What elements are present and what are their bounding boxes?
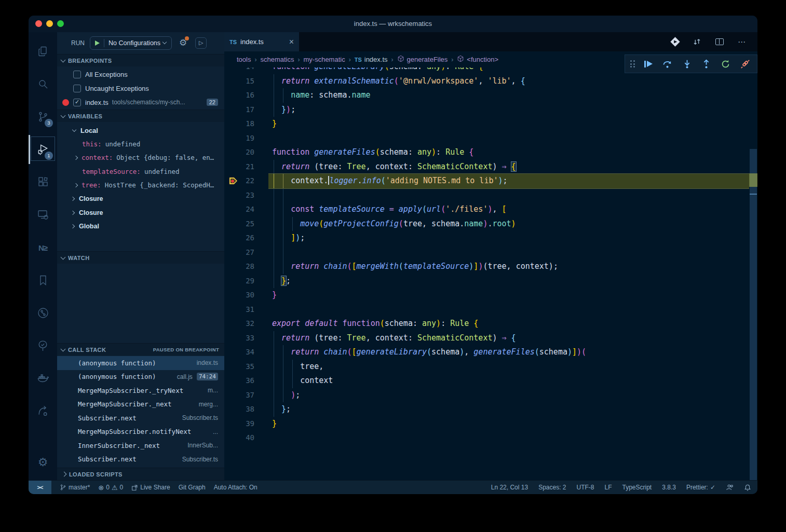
run-code-icon[interactable] <box>670 37 680 46</box>
sidebar-item-test-explorer[interactable] <box>29 332 57 359</box>
step-into-button[interactable] <box>680 57 694 71</box>
line-number[interactable]: 17 <box>224 103 254 117</box>
sidebar-item-remote-explorer[interactable] <box>29 201 57 228</box>
breadcrumb-item-schematics[interactable]: schematics <box>260 56 294 63</box>
breakpoint-checkbox[interactable] <box>73 99 81 106</box>
line-number[interactable]: 39 <box>224 417 254 431</box>
prettier-status[interactable]: Prettier: ✓ <box>686 484 715 491</box>
code-line-27[interactable]: 27 <box>224 245 749 260</box>
code-line-32[interactable]: 32export default function(schema: any): … <box>224 317 749 331</box>
live-share-button[interactable]: Live Share <box>131 484 170 491</box>
variables-section-header[interactable]: VARIABLES <box>57 110 224 122</box>
remote-indicator[interactable]: >< <box>29 481 51 495</box>
breadcrumb-item-generatefiles[interactable]: generateFiles <box>397 55 448 64</box>
call-stack-frame[interactable]: MergeMapSubscriber.notifyNext... <box>57 425 224 439</box>
code-line-20[interactable]: 20function generateFiles(schema: any): R… <box>224 145 749 160</box>
encoding-status[interactable]: UTF-8 <box>577 484 594 491</box>
code-line-36[interactable]: 36 context <box>224 374 749 388</box>
call-stack-section-header[interactable]: CALL STACK PAUSED ON BREAKPOINT <box>57 343 224 356</box>
scope-global-row[interactable]: Global <box>57 220 224 233</box>
launch-configuration-dropdown[interactable]: No Configurations <box>90 36 172 50</box>
notifications-button[interactable] <box>744 484 751 492</box>
call-stack-frame[interactable]: InnerSubscriber._nextInnerSub... <box>57 439 224 453</box>
code-editor[interactable]: 14function generateLibrary(schema: any):… <box>224 67 749 480</box>
breadcrumb-item-index-ts[interactable]: TSindex.ts <box>355 56 388 63</box>
eol-status[interactable]: LF <box>605 484 612 491</box>
call-stack-frame[interactable]: (anonymous function)index.ts <box>57 356 224 370</box>
sidebar-item-bookmarks[interactable] <box>29 267 57 294</box>
line-number[interactable]: 29 <box>224 274 254 289</box>
close-tab-icon[interactable]: × <box>289 37 294 47</box>
variable-row[interactable]: templateSource:undefined <box>57 165 224 178</box>
line-number[interactable]: 19 <box>224 131 254 146</box>
chevron-right-icon[interactable] <box>74 155 78 159</box>
breadcrumb-item-my-schematic[interactable]: my-schematic <box>304 56 345 63</box>
current-frame-breakpoint-icon[interactable] <box>229 178 237 184</box>
manage-settings-button[interactable]: ⚙ <box>29 449 57 476</box>
more-actions-icon[interactable]: ⋯ <box>738 37 746 47</box>
start-debug-icon[interactable] <box>95 40 100 46</box>
line-number[interactable]: 22 <box>224 174 254 188</box>
sidebar-item-explorer[interactable] <box>29 38 57 65</box>
code-line-19[interactable]: 19 <box>224 131 749 146</box>
line-number[interactable]: 33 <box>224 331 254 346</box>
drag-grip-icon[interactable] <box>630 60 636 67</box>
line-number[interactable]: 35 <box>224 360 254 374</box>
chevron-right-icon[interactable] <box>74 183 78 187</box>
line-number[interactable]: 27 <box>224 245 254 260</box>
line-number[interactable]: 24 <box>224 202 254 217</box>
line-number[interactable]: 18 <box>224 117 254 131</box>
code-line-23[interactable]: 23 <box>224 188 749 203</box>
breakpoint-checkbox[interactable] <box>73 71 81 78</box>
scope-local[interactable]: Local <box>57 124 224 137</box>
breakpoints-section-header[interactable]: BREAKPOINTS <box>57 54 224 66</box>
code-line-21[interactable]: 21 return (tree: Tree, context: Schemati… <box>224 160 749 174</box>
code-line-29[interactable]: 29 }; <box>224 274 749 289</box>
sidebar-item-extensions[interactable] <box>29 169 57 196</box>
code-line-16[interactable]: 16 name: schema.name <box>224 88 749 103</box>
line-number[interactable]: 31 <box>224 303 254 317</box>
problems-status[interactable]: ⊗ 0 ⚠ 0 <box>98 484 123 492</box>
editor-scrollbar[interactable] <box>749 67 757 480</box>
code-line-25[interactable]: 25 move(getProjectConfig(tree, schema.na… <box>224 217 749 231</box>
git-graph-button[interactable]: Git Graph <box>179 484 206 491</box>
sidebar-item-search[interactable] <box>29 71 57 98</box>
git-branch-status[interactable]: master* <box>60 484 90 491</box>
scope-closure-row[interactable]: Closure <box>57 206 224 220</box>
line-number[interactable]: 16 <box>224 88 254 103</box>
line-number[interactable]: 38 <box>224 402 254 417</box>
line-number[interactable]: 40 <box>224 431 254 445</box>
sidebar-item-run-and-debug[interactable]: 1 <box>29 136 57 163</box>
breakpoint-checkbox[interactable] <box>73 85 81 92</box>
line-number[interactable]: 15 <box>224 74 254 89</box>
line-number[interactable]: 36 <box>224 374 254 388</box>
code-line-34[interactable]: 34 return chain([generateLibrary(schema)… <box>224 345 749 360</box>
call-stack-frame[interactable]: (anonymous function)call.js74:24 <box>57 370 224 384</box>
sidebar-item-git-graph-view[interactable] <box>29 299 57 326</box>
line-number[interactable]: 20 <box>224 145 254 160</box>
ts-version-status[interactable]: 3.8.3 <box>662 484 676 491</box>
sidebar-item-source-control[interactable]: 3 <box>29 103 57 130</box>
feedback-button[interactable] <box>726 484 734 491</box>
configure-launch-button[interactable]: ⚙ <box>179 37 187 48</box>
code-line-39[interactable]: 39} <box>224 417 749 431</box>
code-line-37[interactable]: 37 ); <box>224 388 749 403</box>
breadcrumb-item-tools[interactable]: tools <box>237 56 251 63</box>
code-line-18[interactable]: 18} <box>224 117 749 131</box>
line-number[interactable]: 14 <box>224 67 254 74</box>
disconnect-button[interactable] <box>738 57 752 71</box>
line-number[interactable]: 28 <box>224 260 254 274</box>
sidebar-item-nx-console[interactable]: N≥ <box>29 234 57 261</box>
code-line-38[interactable]: 38 }; <box>224 402 749 417</box>
sidebar-item-project-manager[interactable] <box>29 398 57 425</box>
variable-row[interactable]: context:Object {debug: false, en… <box>57 151 224 165</box>
scrollbar-slider[interactable] <box>750 149 757 480</box>
code-line-35[interactable]: 35 tree, <box>224 360 749 374</box>
code-line-26[interactable]: 26 ]); <box>224 231 749 245</box>
scope-closure-row[interactable]: Closure <box>57 192 224 206</box>
breakpoint-item[interactable]: Uncaught Exceptions <box>57 82 224 94</box>
line-number[interactable]: 37 <box>224 388 254 403</box>
loaded-scripts-section-header[interactable]: LOADED SCRIPTS <box>57 468 224 480</box>
line-number[interactable]: 26 <box>224 231 254 245</box>
variable-row[interactable]: this:undefined <box>57 137 224 151</box>
